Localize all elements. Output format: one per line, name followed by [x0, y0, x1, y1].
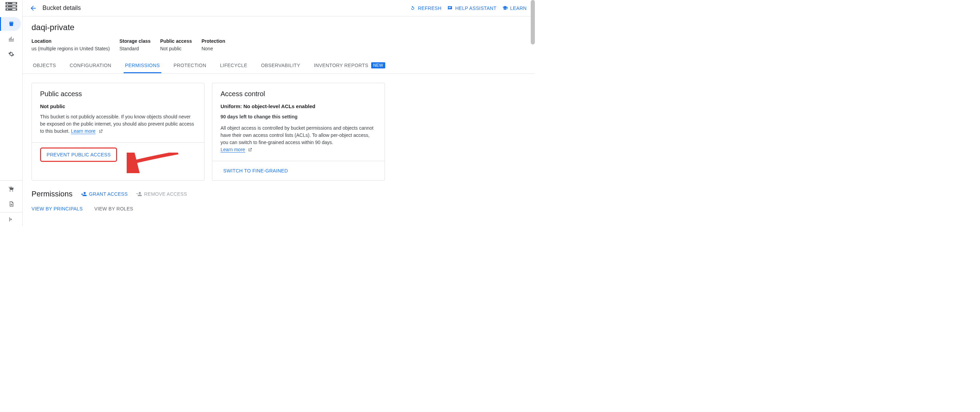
card-text: All object access is controlled by bucke… [221, 125, 376, 153]
subtab-roles[interactable]: VIEW BY ROLES [94, 206, 133, 211]
gear-icon [8, 51, 14, 57]
remove-label: REMOVE ACCESS [144, 191, 187, 197]
card-title: Public access [40, 90, 196, 98]
sidebar-expand[interactable] [0, 212, 22, 226]
tab-objects[interactable]: OBJECTS [32, 59, 57, 73]
cards-row: Public access Not public This bucket is … [32, 83, 526, 181]
sidebar-item-buckets[interactable] [2, 17, 21, 31]
topbar: Bucket details REFRESH HELP ASSISTANT LE… [22, 0, 535, 16]
tab-protection[interactable]: PROTECTION [172, 59, 208, 73]
arrow-left-icon [29, 5, 37, 12]
help-assistant-button[interactable]: HELP ASSISTANT [447, 5, 496, 11]
scrollbar[interactable] [531, 0, 535, 44]
help-label: HELP ASSISTANT [455, 5, 496, 11]
chat-icon [447, 5, 453, 11]
remove-person-icon [136, 191, 142, 197]
learn-button[interactable]: LEARN [502, 5, 527, 11]
tab-inventory-reports[interactable]: INVENTORY REPORTS NEW [313, 59, 387, 74]
permissions-title: Permissions [32, 190, 73, 198]
permissions-section: Permissions GRANT ACCESS REMOVE ACCESS [32, 190, 526, 198]
remove-access-button: REMOVE ACCESS [136, 191, 187, 197]
meta-value: us (multiple regions in United States) [32, 46, 110, 51]
card-footer: SWITCH TO FINE-GRAINED [212, 161, 385, 180]
card-title: Access control [221, 90, 376, 98]
cart-icon [8, 186, 14, 192]
access-control-card: Access control Uniform: No object-level … [212, 83, 385, 181]
chevron-right-icon [8, 216, 14, 222]
refresh-button[interactable]: REFRESH [409, 5, 441, 11]
meta-value: None [201, 46, 225, 51]
tab-observability[interactable]: OBSERVABILITY [259, 59, 301, 73]
meta-label: Location [32, 38, 110, 44]
back-button[interactable] [29, 5, 37, 12]
learn-more-link[interactable]: Learn more [221, 147, 245, 153]
chart-icon [8, 36, 14, 42]
page-title: Bucket details [43, 5, 81, 12]
add-person-icon [81, 191, 87, 197]
sidebar-item-marketplace[interactable] [2, 182, 21, 196]
card-text: This bucket is not publicly accessible. … [40, 113, 196, 135]
meta-label: Public access [160, 38, 192, 44]
refresh-icon [409, 5, 416, 11]
sidebar-item-release-notes[interactable] [2, 197, 21, 211]
card-note: 90 days left to change this setting [221, 113, 376, 120]
external-link-icon [248, 147, 252, 152]
meta-label: Storage class [119, 38, 151, 44]
meta-location: Location us (multiple regions in United … [32, 38, 110, 51]
card-subtitle: Not public [40, 103, 196, 109]
grant-label: GRANT ACCESS [89, 191, 128, 197]
learn-more-link[interactable]: Learn more [71, 128, 95, 134]
bucket-name: daqi-private [32, 22, 526, 32]
external-link-icon [98, 129, 103, 134]
bucket-icon [8, 21, 14, 27]
permission-subtabs: VIEW BY PRINCIPALS VIEW BY ROLES [32, 206, 526, 211]
meta-value: Standard [119, 46, 151, 51]
storage-logo [5, 2, 17, 10]
highlight-annotation: PREVENT PUBLIC ACCESS [40, 147, 117, 162]
meta-public-access: Public access Not public [160, 38, 192, 51]
card-subtitle: Uniform: No object-level ACLs enabled [221, 103, 376, 109]
graduation-icon [502, 5, 508, 11]
sidebar [0, 0, 22, 226]
grant-access-button[interactable]: GRANT ACCESS [81, 191, 128, 197]
subtab-principals[interactable]: VIEW BY PRINCIPALS [32, 206, 83, 211]
meta-label: Protection [201, 38, 225, 44]
card-footer: PREVENT PUBLIC ACCESS [32, 143, 204, 166]
learn-label: LEARN [510, 5, 527, 11]
refresh-label: REFRESH [418, 5, 441, 11]
sidebar-item-settings[interactable] [2, 47, 21, 61]
meta-protection: Protection None [201, 38, 225, 51]
tab-lifecycle[interactable]: LIFECYCLE [218, 59, 248, 73]
prevent-public-access-button[interactable]: PREVENT PUBLIC ACCESS [44, 150, 113, 160]
switch-fine-grained-button[interactable]: SWITCH TO FINE-GRAINED [221, 166, 291, 176]
meta-storage-class: Storage class Standard [119, 38, 151, 51]
sidebar-item-monitoring[interactable] [2, 32, 21, 46]
sidebar-bottom [0, 180, 22, 212]
meta-value: Not public [160, 46, 192, 51]
tab-permissions[interactable]: PERMISSIONS [124, 59, 161, 73]
public-access-card: Public access Not public This bucket is … [32, 83, 204, 181]
content: daqi-private Location us (multiple regio… [22, 16, 535, 218]
document-icon [8, 201, 14, 207]
bucket-meta-row: Location us (multiple regions in United … [32, 38, 526, 51]
main: Bucket details REFRESH HELP ASSISTANT LE… [22, 0, 535, 226]
tab-configuration[interactable]: CONFIGURATION [68, 59, 113, 73]
new-badge: NEW [371, 62, 385, 68]
tabs: OBJECTS CONFIGURATION PERMISSIONS PROTEC… [22, 59, 535, 74]
